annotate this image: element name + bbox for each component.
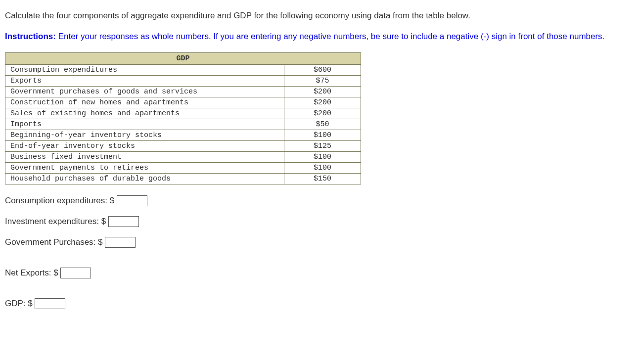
answer-label: Government Purchases: $ xyxy=(5,237,105,247)
row-value: $100 xyxy=(284,151,361,162)
row-label: Consumption expenditures xyxy=(5,64,284,75)
row-label: End-of-year inventory stocks xyxy=(5,140,284,151)
consumption-input[interactable] xyxy=(117,195,147,206)
question-text: Calculate the four components of aggrega… xyxy=(5,10,634,22)
answer-label: GDP: $ xyxy=(5,299,35,308)
table-row: Imports $50 xyxy=(5,119,361,130)
row-label: Beginning-of-year inventory stocks xyxy=(5,130,284,140)
row-label: Business fixed investment xyxy=(5,151,284,162)
row-label: Sales of existing homes and apartments xyxy=(5,108,284,119)
table-row: Beginning-of-year inventory stocks $100 xyxy=(5,130,361,140)
table-row: Government payments to retirees $100 xyxy=(5,162,361,173)
answer-netexports: Net Exports: $ xyxy=(5,268,634,278)
table-row: Consumption expenditures $600 xyxy=(5,64,361,75)
row-value: $200 xyxy=(284,86,361,97)
gdp-table: GDP Consumption expenditures $600 Export… xyxy=(5,52,361,184)
investment-input[interactable] xyxy=(108,216,139,227)
row-value: $200 xyxy=(284,108,361,119)
table-row: Household purchases of durable goods $15… xyxy=(5,173,361,184)
row-label: Construction of new homes and apartments xyxy=(5,97,284,108)
table-row: Sales of existing homes and apartments $… xyxy=(5,108,361,119)
government-input[interactable] xyxy=(105,237,136,248)
row-value: $75 xyxy=(284,75,361,86)
netexports-input[interactable] xyxy=(60,268,91,278)
answer-government: Government Purchases: $ xyxy=(5,237,634,248)
answer-label: Investment expenditures: $ xyxy=(5,217,108,226)
row-label: Government purchases of goods and servic… xyxy=(5,86,284,97)
table-row: Business fixed investment $100 xyxy=(5,151,361,162)
answer-investment: Investment expenditures: $ xyxy=(5,216,634,227)
instructions-text: Enter your responses as whole numbers. I… xyxy=(56,32,604,41)
table-row: Government purchases of goods and servic… xyxy=(5,86,361,97)
answer-consumption: Consumption expenditures: $ xyxy=(5,195,634,206)
row-value: $600 xyxy=(284,64,361,75)
answer-gdp: GDP: $ xyxy=(5,298,634,309)
answer-label: Net Exports: $ xyxy=(5,268,60,277)
row-value: $50 xyxy=(284,119,361,130)
gdp-input[interactable] xyxy=(35,298,65,309)
table-row: End-of-year inventory stocks $125 xyxy=(5,140,361,151)
row-label: Imports xyxy=(5,119,284,130)
row-value: $125 xyxy=(284,140,361,151)
instructions-block: Instructions: Enter your responses as wh… xyxy=(5,31,634,43)
row-value: $200 xyxy=(284,97,361,108)
row-value: $100 xyxy=(284,162,361,173)
table-row: Exports $75 xyxy=(5,75,361,86)
row-label: Government payments to retirees xyxy=(5,162,284,173)
table-header: GDP xyxy=(5,52,361,64)
row-label: Exports xyxy=(5,75,284,86)
table-row: Construction of new homes and apartments… xyxy=(5,97,361,108)
instructions-label: Instructions: xyxy=(5,32,56,41)
row-value: $100 xyxy=(284,130,361,140)
row-value: $150 xyxy=(284,173,361,184)
row-label: Household purchases of durable goods xyxy=(5,173,284,184)
answer-label: Consumption expenditures: $ xyxy=(5,196,117,205)
